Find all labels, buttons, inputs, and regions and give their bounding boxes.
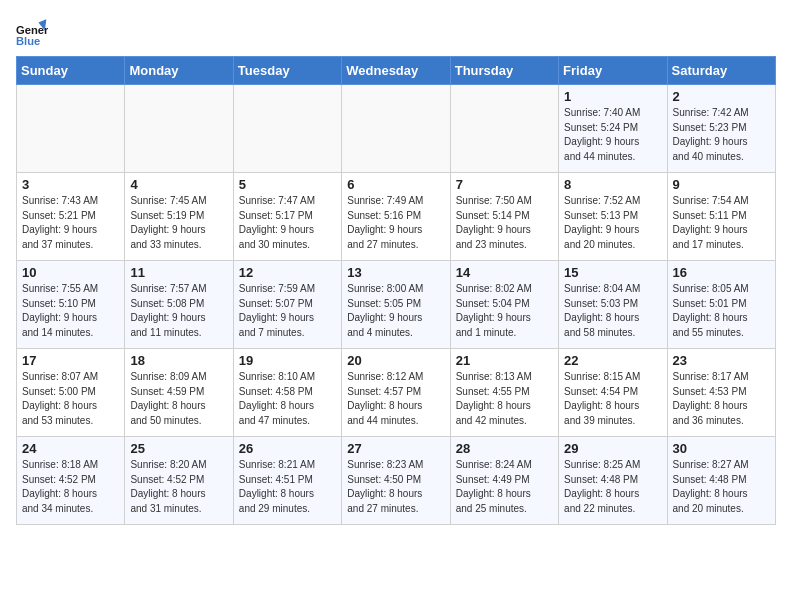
calendar-cell: 23Sunrise: 8:17 AM Sunset: 4:53 PM Dayli… (667, 349, 775, 437)
day-number: 21 (456, 353, 553, 368)
day-number: 7 (456, 177, 553, 192)
calendar-cell: 4Sunrise: 7:45 AM Sunset: 5:19 PM Daylig… (125, 173, 233, 261)
day-info: Sunrise: 8:21 AM Sunset: 4:51 PM Dayligh… (239, 458, 336, 516)
day-number: 18 (130, 353, 227, 368)
day-number: 1 (564, 89, 661, 104)
day-number: 28 (456, 441, 553, 456)
day-number: 17 (22, 353, 119, 368)
calendar-cell: 24Sunrise: 8:18 AM Sunset: 4:52 PM Dayli… (17, 437, 125, 525)
day-number: 3 (22, 177, 119, 192)
day-info: Sunrise: 7:45 AM Sunset: 5:19 PM Dayligh… (130, 194, 227, 252)
day-info: Sunrise: 8:07 AM Sunset: 5:00 PM Dayligh… (22, 370, 119, 428)
day-number: 12 (239, 265, 336, 280)
day-info: Sunrise: 8:02 AM Sunset: 5:04 PM Dayligh… (456, 282, 553, 340)
calendar-cell: 3Sunrise: 7:43 AM Sunset: 5:21 PM Daylig… (17, 173, 125, 261)
svg-text:Blue: Blue (16, 35, 40, 47)
weekday-header-wednesday: Wednesday (342, 57, 450, 85)
day-info: Sunrise: 7:49 AM Sunset: 5:16 PM Dayligh… (347, 194, 444, 252)
day-number: 14 (456, 265, 553, 280)
day-number: 11 (130, 265, 227, 280)
day-number: 24 (22, 441, 119, 456)
day-info: Sunrise: 8:04 AM Sunset: 5:03 PM Dayligh… (564, 282, 661, 340)
calendar-cell: 18Sunrise: 8:09 AM Sunset: 4:59 PM Dayli… (125, 349, 233, 437)
day-info: Sunrise: 7:40 AM Sunset: 5:24 PM Dayligh… (564, 106, 661, 164)
calendar-cell: 25Sunrise: 8:20 AM Sunset: 4:52 PM Dayli… (125, 437, 233, 525)
calendar-cell (450, 85, 558, 173)
day-info: Sunrise: 8:18 AM Sunset: 4:52 PM Dayligh… (22, 458, 119, 516)
day-number: 2 (673, 89, 770, 104)
day-number: 4 (130, 177, 227, 192)
day-info: Sunrise: 8:10 AM Sunset: 4:58 PM Dayligh… (239, 370, 336, 428)
day-number: 22 (564, 353, 661, 368)
calendar-cell: 16Sunrise: 8:05 AM Sunset: 5:01 PM Dayli… (667, 261, 775, 349)
calendar-cell: 22Sunrise: 8:15 AM Sunset: 4:54 PM Dayli… (559, 349, 667, 437)
day-number: 20 (347, 353, 444, 368)
calendar-cell: 7Sunrise: 7:50 AM Sunset: 5:14 PM Daylig… (450, 173, 558, 261)
calendar-cell: 8Sunrise: 7:52 AM Sunset: 5:13 PM Daylig… (559, 173, 667, 261)
calendar-cell: 1Sunrise: 7:40 AM Sunset: 5:24 PM Daylig… (559, 85, 667, 173)
calendar-cell: 13Sunrise: 8:00 AM Sunset: 5:05 PM Dayli… (342, 261, 450, 349)
day-info: Sunrise: 8:05 AM Sunset: 5:01 PM Dayligh… (673, 282, 770, 340)
calendar-cell: 15Sunrise: 8:04 AM Sunset: 5:03 PM Dayli… (559, 261, 667, 349)
day-info: Sunrise: 8:25 AM Sunset: 4:48 PM Dayligh… (564, 458, 661, 516)
day-info: Sunrise: 7:54 AM Sunset: 5:11 PM Dayligh… (673, 194, 770, 252)
calendar-cell (17, 85, 125, 173)
day-info: Sunrise: 8:17 AM Sunset: 4:53 PM Dayligh… (673, 370, 770, 428)
day-info: Sunrise: 8:00 AM Sunset: 5:05 PM Dayligh… (347, 282, 444, 340)
day-number: 23 (673, 353, 770, 368)
calendar-cell: 12Sunrise: 7:59 AM Sunset: 5:07 PM Dayli… (233, 261, 341, 349)
day-number: 19 (239, 353, 336, 368)
calendar-cell: 17Sunrise: 8:07 AM Sunset: 5:00 PM Dayli… (17, 349, 125, 437)
day-number: 13 (347, 265, 444, 280)
weekday-header-tuesday: Tuesday (233, 57, 341, 85)
calendar-cell (342, 85, 450, 173)
calendar-cell: 27Sunrise: 8:23 AM Sunset: 4:50 PM Dayli… (342, 437, 450, 525)
day-info: Sunrise: 7:52 AM Sunset: 5:13 PM Dayligh… (564, 194, 661, 252)
calendar-cell: 26Sunrise: 8:21 AM Sunset: 4:51 PM Dayli… (233, 437, 341, 525)
calendar-cell: 10Sunrise: 7:55 AM Sunset: 5:10 PM Dayli… (17, 261, 125, 349)
calendar-cell (125, 85, 233, 173)
day-info: Sunrise: 8:12 AM Sunset: 4:57 PM Dayligh… (347, 370, 444, 428)
weekday-header-thursday: Thursday (450, 57, 558, 85)
calendar-table: SundayMondayTuesdayWednesdayThursdayFrid… (16, 56, 776, 525)
calendar-cell: 6Sunrise: 7:49 AM Sunset: 5:16 PM Daylig… (342, 173, 450, 261)
calendar-cell (233, 85, 341, 173)
day-number: 16 (673, 265, 770, 280)
weekday-header-sunday: Sunday (17, 57, 125, 85)
day-info: Sunrise: 7:42 AM Sunset: 5:23 PM Dayligh… (673, 106, 770, 164)
day-number: 27 (347, 441, 444, 456)
calendar-cell: 11Sunrise: 7:57 AM Sunset: 5:08 PM Dayli… (125, 261, 233, 349)
day-number: 15 (564, 265, 661, 280)
calendar-cell: 2Sunrise: 7:42 AM Sunset: 5:23 PM Daylig… (667, 85, 775, 173)
weekday-header-saturday: Saturday (667, 57, 775, 85)
calendar-cell: 19Sunrise: 8:10 AM Sunset: 4:58 PM Dayli… (233, 349, 341, 437)
day-info: Sunrise: 7:59 AM Sunset: 5:07 PM Dayligh… (239, 282, 336, 340)
calendar-cell: 20Sunrise: 8:12 AM Sunset: 4:57 PM Dayli… (342, 349, 450, 437)
calendar-cell: 28Sunrise: 8:24 AM Sunset: 4:49 PM Dayli… (450, 437, 558, 525)
day-info: Sunrise: 8:20 AM Sunset: 4:52 PM Dayligh… (130, 458, 227, 516)
calendar-cell: 29Sunrise: 8:25 AM Sunset: 4:48 PM Dayli… (559, 437, 667, 525)
day-info: Sunrise: 8:23 AM Sunset: 4:50 PM Dayligh… (347, 458, 444, 516)
day-info: Sunrise: 8:09 AM Sunset: 4:59 PM Dayligh… (130, 370, 227, 428)
day-info: Sunrise: 7:55 AM Sunset: 5:10 PM Dayligh… (22, 282, 119, 340)
calendar-cell: 30Sunrise: 8:27 AM Sunset: 4:48 PM Dayli… (667, 437, 775, 525)
calendar-cell: 21Sunrise: 8:13 AM Sunset: 4:55 PM Dayli… (450, 349, 558, 437)
day-number: 10 (22, 265, 119, 280)
day-number: 26 (239, 441, 336, 456)
day-info: Sunrise: 7:47 AM Sunset: 5:17 PM Dayligh… (239, 194, 336, 252)
day-info: Sunrise: 8:27 AM Sunset: 4:48 PM Dayligh… (673, 458, 770, 516)
day-number: 9 (673, 177, 770, 192)
day-number: 30 (673, 441, 770, 456)
day-info: Sunrise: 7:50 AM Sunset: 5:14 PM Dayligh… (456, 194, 553, 252)
weekday-header-friday: Friday (559, 57, 667, 85)
day-info: Sunrise: 7:57 AM Sunset: 5:08 PM Dayligh… (130, 282, 227, 340)
weekday-header-monday: Monday (125, 57, 233, 85)
day-number: 25 (130, 441, 227, 456)
logo-icon: General Blue (16, 16, 48, 48)
day-number: 8 (564, 177, 661, 192)
day-info: Sunrise: 8:15 AM Sunset: 4:54 PM Dayligh… (564, 370, 661, 428)
day-number: 6 (347, 177, 444, 192)
logo: General Blue (16, 16, 48, 48)
calendar-cell: 9Sunrise: 7:54 AM Sunset: 5:11 PM Daylig… (667, 173, 775, 261)
day-info: Sunrise: 8:24 AM Sunset: 4:49 PM Dayligh… (456, 458, 553, 516)
